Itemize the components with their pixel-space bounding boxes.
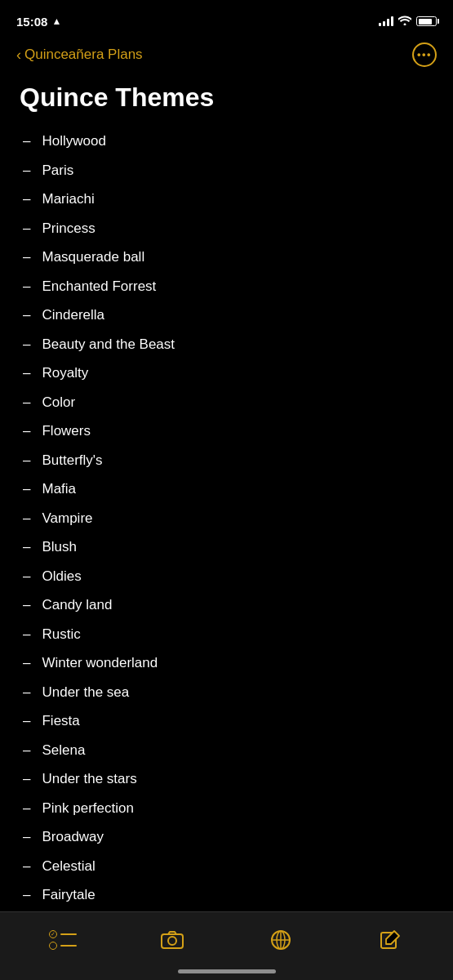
list-item: –Paris: [20, 156, 433, 185]
theme-name: Masquerade ball: [42, 247, 144, 268]
theme-name: Royalty: [42, 363, 88, 384]
theme-name: Fiesta: [42, 710, 79, 732]
back-button[interactable]: ‹ Quinceañera Plans: [16, 47, 143, 64]
list-dash: –: [23, 595, 30, 616]
checklist-icon: [49, 930, 77, 950]
status-bar: 15:08 ▲: [0, 0, 453, 36]
list-item: –Oldies: [20, 562, 433, 591]
theme-name: Fairytale: [42, 884, 95, 906]
svg-point-1: [168, 937, 176, 945]
list-dash: –: [23, 131, 30, 152]
compose-icon: [380, 929, 401, 951]
battery-icon: [416, 16, 437, 26]
list-item: –Beauty and the Beast: [20, 330, 433, 359]
theme-name: Mafia: [42, 479, 76, 500]
theme-name: Under the sea: [42, 682, 129, 703]
camera-icon: [161, 930, 184, 950]
header: ‹ Quinceañera Plans •••: [0, 36, 453, 75]
more-dots-icon: •••: [417, 49, 432, 60]
check-line-2: [60, 945, 77, 947]
list-item: –Vampire: [20, 504, 433, 533]
list-item: –Winter wonderland: [20, 648, 433, 678]
theme-name: Under the stars: [42, 768, 136, 790]
theme-name: Color: [42, 392, 75, 413]
theme-name: Enchanted Forrest: [42, 276, 156, 297]
theme-name: Oldies: [42, 566, 81, 587]
themes-list: –Hollywood–Paris–Mariachi–Princess–Masqu…: [20, 127, 433, 910]
time-display: 15:08: [16, 15, 47, 29]
list-item: –Under the sea: [20, 678, 433, 707]
list-dash: –: [23, 218, 30, 239]
content-area: Quince Themes –Hollywood–Paris–Mariachi–…: [0, 75, 453, 926]
theme-name: Rustic: [42, 624, 80, 645]
theme-name: Beauty and the Beast: [42, 334, 175, 355]
list-item: –Celestial: [20, 852, 433, 881]
list-dash: –: [23, 189, 30, 210]
list-dash: –: [23, 305, 30, 326]
list-dash: –: [23, 653, 30, 674]
list-item: –Enchanted Forrest: [20, 272, 433, 301]
list-dash: –: [23, 826, 30, 848]
theme-name: Butterfly's: [42, 450, 102, 471]
checklist-button[interactable]: [42, 924, 83, 956]
status-icons: [379, 16, 437, 28]
page-title: Quince Themes: [20, 83, 433, 112]
list-item: –Blush: [20, 532, 433, 562]
list-item: –Color: [20, 388, 433, 417]
home-indicator: [178, 969, 276, 973]
location-icon: ▲: [51, 16, 61, 27]
list-dash: –: [23, 768, 30, 790]
theme-name: Cinderella: [42, 305, 104, 326]
list-dash: –: [23, 334, 30, 355]
list-dash: –: [23, 537, 30, 558]
theme-name: Mariachi: [42, 189, 94, 210]
theme-name: Broadway: [42, 826, 104, 848]
list-item: –Selena: [20, 736, 433, 765]
check-circle-2: [49, 942, 57, 950]
list-dash: –: [23, 856, 30, 877]
compose-button[interactable]: [370, 924, 411, 956]
list-item: –Rustic: [20, 620, 433, 649]
theme-name: Celestial: [42, 856, 95, 877]
status-time: 15:08 ▲: [16, 15, 61, 29]
list-item: –Pink perfection: [20, 794, 433, 823]
list-dash: –: [23, 160, 30, 181]
list-item: –Princess: [20, 214, 433, 243]
list-dash: –: [23, 392, 30, 413]
theme-name: Flowers: [42, 421, 91, 442]
back-chevron-icon: ‹: [16, 47, 21, 64]
list-item: –Fairytale: [20, 880, 433, 910]
theme-name: Candy land: [42, 595, 112, 616]
list-item: –Hollywood: [20, 127, 433, 156]
list-item: –Fiesta: [20, 706, 433, 736]
camera-button[interactable]: [152, 924, 193, 956]
list-item: –Under the stars: [20, 764, 433, 794]
list-dash: –: [23, 450, 30, 471]
theme-name: Paris: [42, 160, 73, 181]
wifi-icon: [398, 16, 411, 28]
link-button[interactable]: [260, 924, 301, 956]
link-icon: [270, 929, 291, 951]
list-item: –Cinderella: [20, 301, 433, 330]
list-item: –Butterfly's: [20, 446, 433, 475]
list-item: –Candy land: [20, 590, 433, 620]
list-item: –Flowers: [20, 416, 433, 446]
theme-name: Selena: [42, 740, 85, 761]
more-options-button[interactable]: •••: [412, 42, 437, 67]
list-dash: –: [23, 740, 30, 761]
check-line-1: [60, 933, 77, 935]
list-item: –Masquerade ball: [20, 243, 433, 272]
list-item: –Mariachi: [20, 185, 433, 214]
list-dash: –: [23, 798, 30, 819]
theme-name: Winter wonderland: [42, 653, 158, 674]
list-dash: –: [23, 479, 30, 500]
theme-name: Hollywood: [42, 131, 105, 152]
theme-name: Blush: [42, 537, 77, 558]
theme-name: Pink perfection: [42, 798, 133, 819]
theme-name: Vampire: [42, 508, 92, 529]
list-item: –Royalty: [20, 359, 433, 388]
list-dash: –: [23, 421, 30, 442]
theme-name: Princess: [42, 218, 95, 239]
list-item: –Mafia: [20, 474, 433, 504]
list-dash: –: [23, 363, 30, 384]
